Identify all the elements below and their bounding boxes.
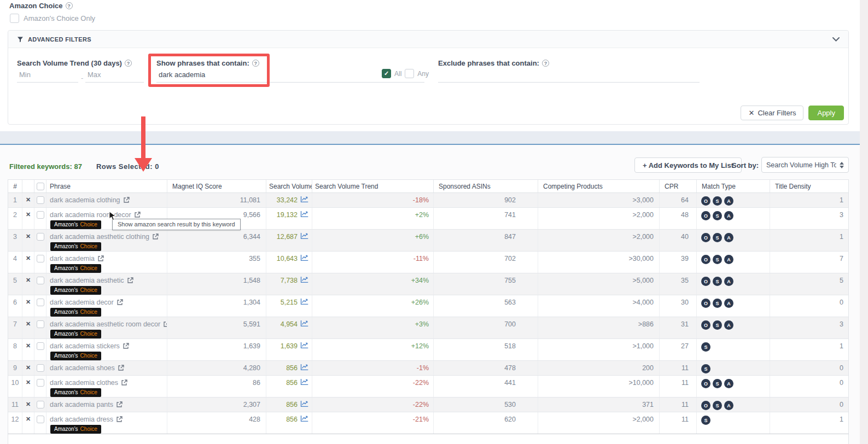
row-checkbox[interactable] (37, 211, 44, 219)
competing-products-value: >4,000 (538, 295, 660, 317)
row-checkbox[interactable] (37, 277, 44, 284)
trend-chart-icon[interactable] (300, 232, 308, 239)
search-volume-trend-value: -18% (312, 193, 434, 207)
keyword-phrase: dark academia dress (50, 416, 113, 423)
row-checkbox[interactable] (37, 196, 44, 204)
sponsored-asins-value: 620 (434, 412, 538, 434)
header-sponsored-asins[interactable]: Sponsored ASINs (434, 180, 538, 192)
remove-keyword-button[interactable]: ✕ (22, 317, 34, 338)
all-checkbox[interactable]: ✓ (382, 69, 391, 78)
search-volume-trend-value: -11% (312, 252, 434, 273)
advanced-filters-header[interactable]: ADVANCED FILTERS (8, 31, 848, 48)
phrase-cell: dark academia aesthetic Amazon'sChoice (46, 273, 167, 295)
remove-keyword-button[interactable]: ✕ (22, 412, 34, 434)
external-link-icon[interactable] (116, 299, 123, 306)
row-number: 2 (8, 208, 22, 229)
external-link-icon[interactable] (163, 321, 167, 328)
help-icon[interactable]: ? (542, 60, 549, 67)
trend-chart-icon[interactable] (300, 298, 308, 305)
row-checkbox[interactable] (37, 299, 44, 306)
row-checkbox[interactable] (37, 342, 44, 350)
search-volume-cell: 5,215 (266, 295, 312, 317)
row-checkbox-cell (34, 412, 46, 434)
exclude-phrases-input[interactable] (438, 71, 700, 83)
apply-button[interactable]: Apply (808, 106, 844, 120)
trend-chart-icon[interactable] (300, 254, 308, 261)
table-row: 6 ✕ dark academia decor Amazon'sChoice 1… (8, 295, 848, 317)
row-checkbox[interactable] (37, 233, 44, 241)
header-search-volume-trend[interactable]: Search Volume Trend (312, 180, 434, 192)
remove-keyword-button[interactable]: ✕ (22, 361, 34, 375)
search-volume-trend-value: -22% (312, 376, 434, 397)
row-checkbox-cell (34, 273, 46, 295)
trend-chart-icon[interactable] (300, 320, 308, 327)
trend-chart-icon[interactable] (300, 342, 308, 349)
header-title-density[interactable]: Title Density (770, 180, 848, 192)
remove-keyword-button[interactable]: ✕ (22, 230, 34, 251)
remove-keyword-button[interactable]: ✕ (22, 252, 34, 273)
row-checkbox[interactable] (37, 364, 44, 372)
title-density-value: 1 (770, 412, 848, 434)
help-icon[interactable]: ? (66, 2, 73, 9)
remove-keyword-button[interactable]: ✕ (22, 295, 34, 317)
trend-chart-icon[interactable] (300, 196, 308, 203)
clear-x-icon: ✕ (748, 109, 754, 117)
svt-max-input[interactable] (85, 71, 144, 83)
amazons-choice-only-checkbox[interactable] (10, 14, 19, 23)
trend-chart-icon[interactable] (300, 211, 308, 218)
external-link-icon[interactable] (152, 233, 159, 240)
remove-keyword-button[interactable]: ✕ (22, 208, 34, 229)
external-link-icon[interactable] (123, 343, 129, 349)
sort-select[interactable]: Search Volume High To Low (761, 157, 849, 173)
any-checkbox[interactable] (405, 69, 414, 78)
external-link-icon[interactable] (127, 277, 133, 284)
remove-keyword-button[interactable]: ✕ (22, 273, 34, 295)
external-link-icon[interactable] (116, 416, 123, 423)
remove-keyword-button[interactable]: ✕ (22, 193, 34, 207)
clear-filters-button[interactable]: ✕ Clear Filters (741, 106, 803, 120)
match-type-a-icon: A (724, 255, 733, 264)
trend-chart-icon[interactable] (300, 364, 308, 371)
table-row: 5 ✕ dark academia aesthetic Amazon'sChoi… (8, 273, 848, 295)
external-link-icon[interactable] (121, 379, 127, 386)
row-checkbox[interactable] (37, 401, 44, 408)
row-checkbox[interactable] (37, 255, 44, 262)
trend-chart-icon[interactable] (300, 400, 308, 407)
match-type-cell: OSA (697, 208, 770, 229)
header-search-volume[interactable]: Search Volume (266, 180, 312, 192)
amazons-choice-badge: Amazon'sChoice (50, 388, 101, 397)
add-keywords-to-list-button[interactable]: + Add Keywords to My List (634, 157, 742, 173)
row-checkbox[interactable] (37, 416, 44, 423)
external-link-icon[interactable] (123, 197, 130, 203)
chevron-down-icon[interactable] (832, 37, 840, 42)
header-magnet-iq-score[interactable]: Magnet IQ Score (167, 180, 266, 192)
remove-keyword-button[interactable]: ✕ (22, 398, 34, 412)
help-icon[interactable]: ? (252, 60, 259, 67)
svt-min-input[interactable] (17, 71, 78, 83)
header-match-type[interactable]: Match Type (697, 180, 770, 192)
remove-keyword-button[interactable]: ✕ (22, 376, 34, 397)
remove-keyword-button[interactable]: ✕ (22, 339, 34, 360)
header-phrase[interactable]: Phrase (46, 180, 167, 192)
header-competing-products[interactable]: Competing Products (538, 180, 660, 192)
trend-chart-icon[interactable] (300, 276, 308, 283)
external-link-icon[interactable] (97, 255, 104, 262)
title-density-value: 0 (770, 376, 848, 397)
amazons-choice-only-checkbox-row[interactable]: Amazon's Choice Only (10, 14, 95, 23)
external-link-icon[interactable] (116, 401, 123, 408)
row-checkbox[interactable] (37, 320, 44, 328)
trend-chart-icon[interactable] (300, 378, 308, 385)
header-cpr[interactable]: CPR (660, 180, 697, 192)
trend-chart-icon[interactable] (300, 415, 308, 422)
external-link-icon[interactable] (134, 212, 141, 218)
help-icon[interactable]: ? (125, 60, 132, 67)
row-checkbox[interactable] (37, 379, 44, 387)
match-type-cell: OSA (697, 398, 770, 412)
select-all-checkbox[interactable] (37, 183, 44, 190)
magnet-iq-score-value: 1,304 (167, 295, 266, 317)
match-type-cell: S (697, 339, 770, 360)
exclude-phrases-label-text: Exclude phrases that contain: (438, 59, 539, 67)
annotation-arrow-head (135, 158, 152, 172)
row-checkbox-cell (34, 376, 46, 397)
external-link-icon[interactable] (118, 365, 124, 371)
